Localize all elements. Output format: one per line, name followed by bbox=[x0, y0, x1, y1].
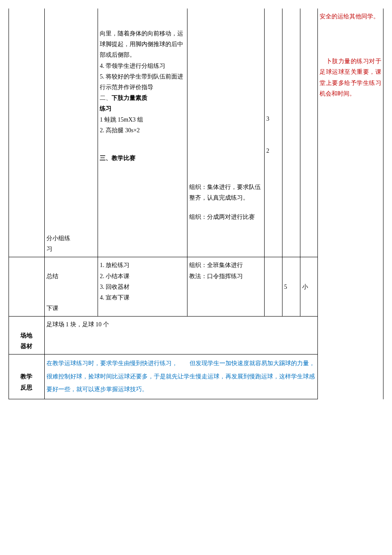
main-table: 分小组练 习 向里，随着身体的向前移动，运球脚提起，用脚内侧推球的后中部或后侧部… bbox=[9, 9, 383, 399]
text: 在教学运球练习时，要求学生由慢到快进行练习， 但发现学生一加快速度就容易加大踢球… bbox=[46, 360, 315, 393]
text: 场地 器材 bbox=[20, 332, 32, 349]
text: 组织：全班集体进行 bbox=[189, 260, 262, 270]
text: 总结 下课 bbox=[46, 273, 58, 312]
text: 教法：口令指挥练习 bbox=[189, 271, 262, 282]
text: 组织：分成两对进行比赛 bbox=[189, 212, 262, 222]
cell-r1-c4: 组织：集体进行，要求队伍整齐，认真完成练习。 组织：分成两对进行比赛 bbox=[187, 9, 264, 257]
text: 1. 放松练习 bbox=[100, 260, 185, 270]
text: 足球场 1 块，足球 10 个 bbox=[46, 321, 109, 328]
text: 二、下肢力量素质 练习 bbox=[100, 93, 185, 114]
text: 安全的运给其他同学。 bbox=[320, 11, 381, 22]
cell-r1-c1 bbox=[9, 9, 45, 257]
cell-r1-c8: 安全的运给其他同学。 卜肢力量的练习对于足球运球至关重要，课堂上要多给予学生练习… bbox=[318, 9, 383, 399]
text: 组织：集体进行，要求队伍整齐，认真完成练习。 bbox=[189, 182, 262, 203]
table-row: 分小组练 习 向里，随着身体的向前移动，运球脚提起，用脚内侧推球的后中部或后侧部… bbox=[9, 9, 383, 257]
cell-r2-c4: 组织：全班集体进行 教法：口令指挥练习 bbox=[187, 257, 264, 317]
text: 4. 宣布下课 bbox=[100, 292, 185, 303]
text: 教学 反思 bbox=[20, 373, 32, 390]
text: 1 蛙跳 15mX3 组 bbox=[100, 114, 185, 125]
cell-r2-c3: 1. 放松练习 2. 小结本课 3. 回收器材 4. 宣布下课 bbox=[98, 257, 187, 317]
text: 5 bbox=[284, 284, 287, 290]
cell-r2-c2: 总结 下课 bbox=[44, 257, 98, 317]
cell-r2-c5 bbox=[264, 257, 282, 317]
text: 2. 高抬腿 30s×2 bbox=[100, 125, 185, 136]
text: 2 bbox=[266, 145, 280, 156]
cell-r4-content: 在教学运球练习时，要求学生由慢到快进行练习， 但发现学生一加快速度就容易加大踢球… bbox=[44, 354, 318, 399]
text: 分小组练 习 bbox=[46, 235, 70, 252]
cell-r1-c5: 3 2 bbox=[264, 9, 282, 257]
text: 2. 小结本课 bbox=[100, 271, 185, 282]
text: 三、教学比赛 bbox=[100, 153, 185, 163]
lesson-plan-table: 分小组练 习 向里，随着身体的向前移动，运球脚提起，用脚内侧推球的后中部或后侧部… bbox=[9, 9, 383, 399]
cell-r1-c3: 向里，随着身体的向前移动，运球脚提起，用脚内侧推球的后中部或后侧部。 4. 带领… bbox=[98, 9, 187, 257]
cell-r2-c1 bbox=[9, 257, 45, 317]
text: 卜肢力量的练习对于足球运球至关重要，课堂上要多给予学生练习机会和时间。 bbox=[320, 56, 381, 99]
text: 4. 带领学生进行分组练习 bbox=[100, 61, 185, 71]
cell-r3-content: 足球场 1 块，足球 10 个 bbox=[44, 317, 318, 355]
cell-r1-c2: 分小组练 习 bbox=[44, 9, 98, 257]
cell-r1-c6 bbox=[282, 9, 300, 257]
text: 小 bbox=[302, 284, 308, 290]
text: 5. 将较好的学生带到队伍前面进行示范并作评价指导 bbox=[100, 71, 185, 93]
cell-r1-c7 bbox=[300, 9, 318, 257]
text: 3 bbox=[266, 113, 280, 124]
cell-r2-c7: 小 bbox=[300, 257, 318, 317]
cell-r3-label: 场地 器材 bbox=[9, 317, 45, 355]
cell-r2-c6: 5 bbox=[282, 257, 300, 317]
text: 向里，随着身体的向前移动，运球脚提起，用脚内侧推球的后中部或后侧部。 bbox=[100, 28, 185, 61]
cell-r4-label: 教学 反思 bbox=[9, 354, 45, 399]
text: 3. 回收器材 bbox=[100, 282, 185, 292]
